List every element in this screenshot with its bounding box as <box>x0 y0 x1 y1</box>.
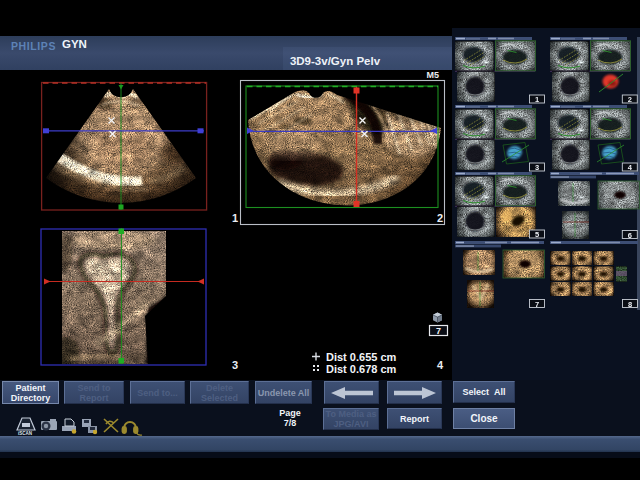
svg-text:3: 3 <box>535 163 539 172</box>
svg-text:Dist 0.678 cm: Dist 0.678 cm <box>326 363 397 375</box>
svg-text:1: 1 <box>535 95 539 104</box>
svg-text:8: 8 <box>628 300 632 309</box>
svg-text:4: 4 <box>437 359 444 371</box>
svg-text:7: 7 <box>436 326 441 336</box>
svg-text:Dist 0.655 cm: Dist 0.655 cm <box>326 351 397 363</box>
svg-text:6: 6 <box>627 231 631 240</box>
svg-text:5: 5 <box>535 230 539 239</box>
svg-text:2: 2 <box>437 212 443 224</box>
svg-text:1: 1 <box>232 212 238 224</box>
svg-text:3: 3 <box>232 359 238 371</box>
svg-text:2: 2 <box>627 95 631 104</box>
svg-text:7: 7 <box>535 300 539 309</box>
